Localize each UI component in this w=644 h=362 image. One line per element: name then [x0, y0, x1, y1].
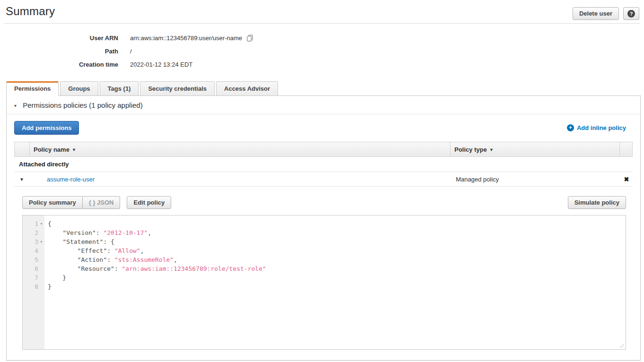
tab-access-advisor[interactable]: Access Advisor: [216, 81, 278, 96]
fold-caret-icon[interactable]: ▾: [38, 219, 44, 228]
table-group-row-attached-directly: Attached directly: [14, 157, 633, 172]
editor-gutter: 1▾ 2 3▾ 4 5 6 7 8: [23, 215, 44, 349]
field-label: User ARN: [0, 34, 118, 42]
line-number: 4: [35, 246, 38, 255]
line-number: 6: [35, 264, 38, 273]
code-line: }: [48, 282, 626, 291]
tab-security-credentials[interactable]: Security credentials: [140, 81, 215, 96]
field-row-user-arn: User ARN arn:aws:iam::123456789:user/use…: [0, 31, 644, 44]
path-value: /: [130, 48, 132, 55]
actions-column-header: [620, 142, 632, 156]
field-label: Path: [0, 48, 118, 55]
tab-tags[interactable]: Tags (1): [100, 81, 139, 96]
plus-circle-icon: +: [567, 124, 574, 131]
code-line: }: [48, 273, 626, 282]
help-button[interactable]: ?: [623, 7, 639, 20]
question-mark-icon: ?: [627, 10, 635, 17]
field-row-path: Path /: [0, 44, 644, 58]
caret-down-icon: ▾: [20, 176, 23, 182]
column-header-policy-name[interactable]: Policy name ▾: [30, 142, 451, 156]
chevron-down-icon: ▾: [14, 103, 17, 108]
user-arn-value: arn:aws:iam::123456789:user/user-name: [130, 34, 242, 42]
sort-caret-icon: ▾: [73, 147, 75, 152]
line-number: 8: [35, 282, 38, 291]
detach-policy-icon[interactable]: ✖: [624, 176, 629, 183]
fold-caret-icon[interactable]: ▾: [38, 237, 44, 246]
edit-policy-button[interactable]: Edit policy: [127, 196, 171, 209]
simulate-policy-button[interactable]: Simulate policy: [568, 196, 626, 209]
policy-type-value: Managed policy: [451, 176, 620, 183]
add-permissions-button[interactable]: Add permissions: [14, 121, 79, 135]
creation-time-value: 2022-01-12 13:24 EDT: [130, 61, 192, 68]
code-line: "Statement": {: [48, 237, 626, 246]
line-number: 7: [35, 273, 38, 282]
policy-table-header: Policy name ▾ Policy type ▾: [14, 142, 633, 157]
tab-bar: Permissions Groups Tags (1) Security cre…: [6, 81, 641, 95]
user-summary: User ARN arn:aws:iam::123456789:user/use…: [0, 24, 644, 74]
permissions-policies-section-toggle[interactable]: ▾ Permissions policies (1 policy applied…: [7, 96, 640, 114]
permissions-tab-panel: ▾ Permissions policies (1 policy applied…: [6, 95, 641, 361]
delete-user-button[interactable]: Delete user: [573, 7, 619, 20]
code-line: {: [48, 219, 626, 228]
editor-resize-handle[interactable]: [618, 342, 624, 348]
editor-code-area[interactable]: { "Version": "2012-10-17", "Statement": …: [44, 215, 626, 349]
policy-detail-panel: Policy summary { } JSON Edit policy Simu…: [14, 187, 633, 360]
column-header-policy-type[interactable]: Policy type ▾: [451, 142, 620, 156]
tab-groups[interactable]: Groups: [60, 81, 98, 96]
code-line: "Resource": "arn:aws:iam::123456789:role…: [48, 264, 626, 273]
add-inline-policy-link[interactable]: + Add inline policy: [567, 124, 626, 131]
page-header: Summary Delete user ?: [0, 0, 644, 20]
code-line: "Action": "sts:AssumeRole",: [48, 255, 626, 264]
policy-summary-view-button[interactable]: Policy summary: [22, 196, 83, 209]
page-title: Summary: [6, 5, 55, 18]
row-expander[interactable]: ▾: [14, 176, 29, 182]
expander-column-header: [15, 142, 30, 156]
copy-icon[interactable]: [246, 34, 253, 42]
json-view-button[interactable]: { } JSON: [83, 196, 121, 209]
policy-actions-row: Add permissions + Add inline policy: [7, 114, 640, 142]
policy-name-link[interactable]: assume-role-user: [47, 176, 95, 183]
line-number: 1: [35, 219, 38, 228]
line-number: 3: [35, 237, 38, 246]
line-number: 2: [35, 228, 38, 237]
field-row-creation-time: Creation time 2022-01-12 13:24 EDT: [0, 58, 644, 71]
tab-permissions[interactable]: Permissions: [6, 81, 59, 96]
code-line: "Version": "2012-10-17",: [48, 228, 626, 237]
sort-caret-icon: ▾: [490, 147, 493, 152]
field-label: Creation time: [0, 61, 118, 68]
header-actions: Delete user ?: [573, 7, 639, 20]
line-number: 5: [35, 255, 38, 264]
json-code-editor[interactable]: 1▾ 2 3▾ 4 5 6 7 8 { "Version": "2012-10-…: [22, 215, 626, 350]
policy-table: Policy name ▾ Policy type ▾ Attached dir…: [14, 142, 633, 360]
section-title: Permissions policies (1 policy applied): [23, 101, 142, 109]
policy-detail-toolbar: Policy summary { } JSON Edit policy Simu…: [22, 196, 626, 209]
table-row: ▾ assume-role-user Managed policy ✖: [14, 172, 633, 187]
code-line: "Effect": "Allow",: [48, 246, 626, 255]
